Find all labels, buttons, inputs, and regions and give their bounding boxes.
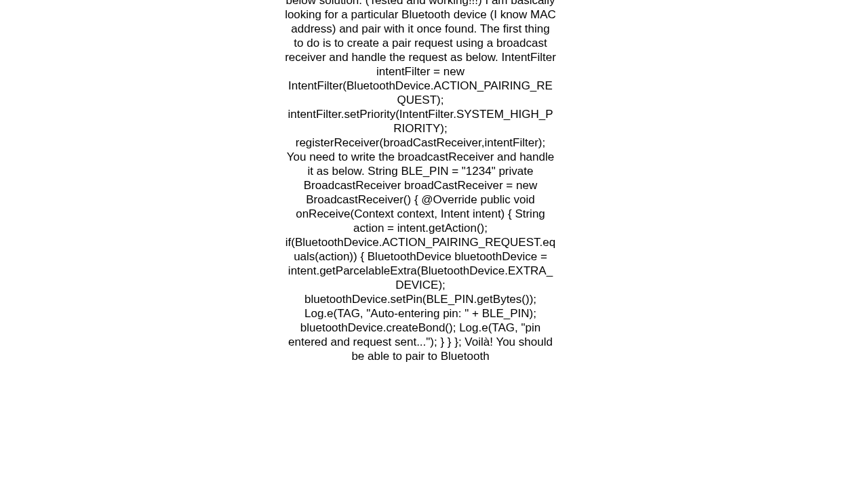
page: below solution. (Tested and working!!!) … [0, 0, 868, 488]
answer-body-text: below solution. (Tested and working!!!) … [285, 0, 556, 363]
